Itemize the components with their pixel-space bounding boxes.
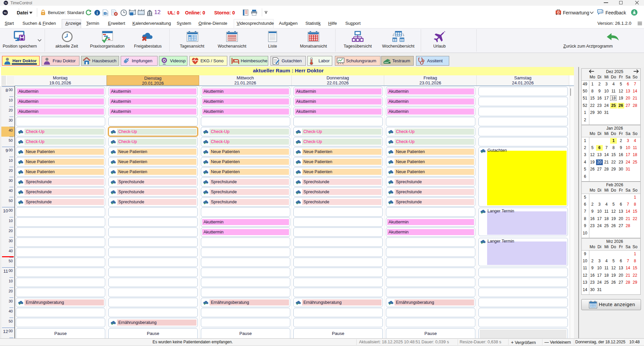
svg-text:TC: TC [4,12,7,14]
svg-text:TC: TC [5,2,8,4]
svg-text:T: T [104,12,106,15]
